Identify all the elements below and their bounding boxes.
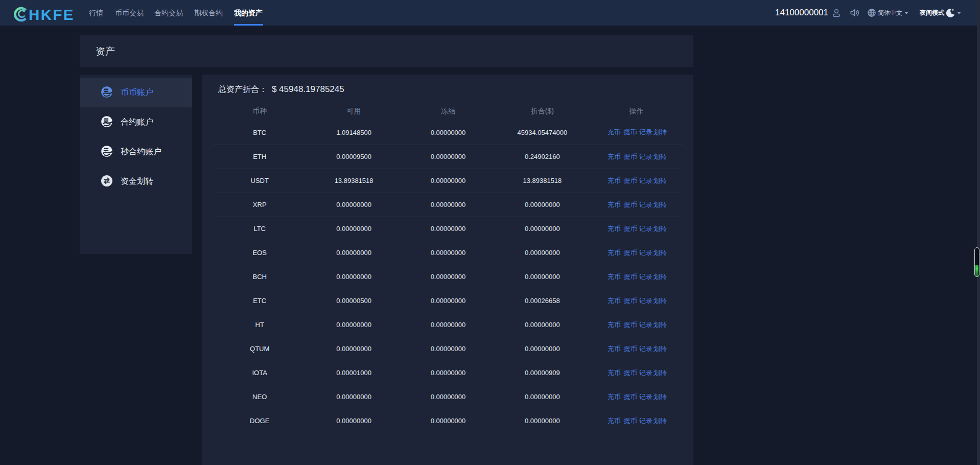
svg-text:HKFE: HKFE: [29, 6, 75, 23]
